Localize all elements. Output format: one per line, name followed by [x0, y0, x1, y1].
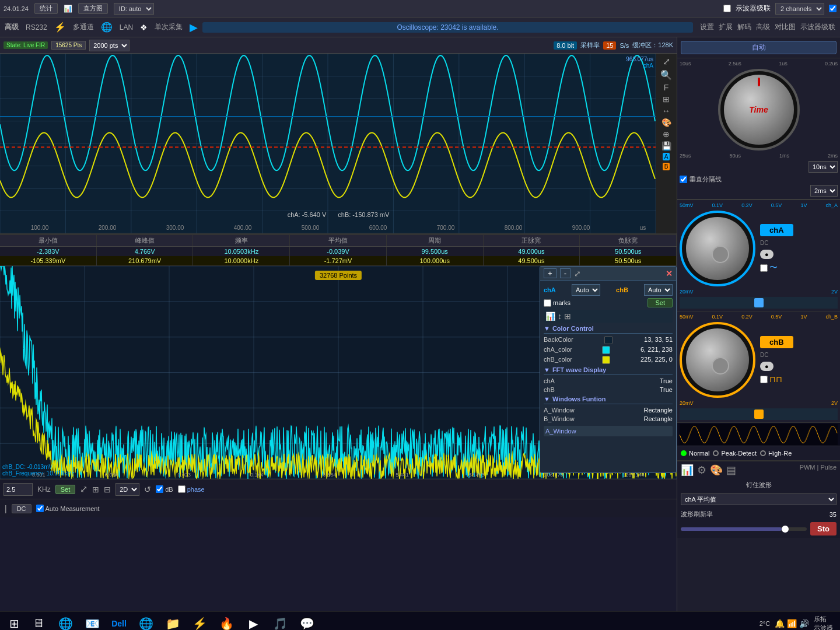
zoom-in-icon[interactable]: 🔍 — [660, 69, 672, 80]
time-knob[interactable]: Time — [718, 69, 800, 150]
fft-freq-input[interactable] — [4, 483, 33, 496]
fft-ch-row: chA Auto chB Auto — [544, 284, 673, 296]
fa3: 0.023 — [177, 472, 191, 478]
lan-label[interactable]: LAN — [120, 23, 133, 32]
win-app-chrome[interactable]: 🌐 — [133, 613, 159, 631]
multichannel-label[interactable]: 多通道 — [73, 22, 94, 32]
vertical-divider-checkbox[interactable] — [680, 176, 687, 183]
meas-header: 最小值 峰峰值 频率 平均值 周期 正脉宽 负脉宽 — [0, 235, 677, 247]
peak-radio[interactable] — [713, 450, 719, 456]
chB-dc-toggle[interactable]: ● — [760, 362, 774, 371]
auto-btn[interactable]: 自动 — [681, 41, 836, 54]
gear-icon[interactable]: ⚙ — [697, 464, 706, 477]
wf-refresh-thumb[interactable] — [782, 526, 789, 533]
fft-table-icon[interactable]: ⊞ — [564, 312, 571, 321]
second-bar: 高级 RS232 ⚡ 多通道 🌐 LAN ❖ 单次采集 ▶ Oscillosco… — [0, 18, 840, 37]
palette-icon[interactable]: 🎨 — [662, 118, 671, 127]
channels-select[interactable]: 2 channels — [775, 3, 824, 15]
fft-popup-close[interactable]: ✕ — [666, 269, 673, 278]
fft-set-btn2[interactable]: Set — [648, 298, 673, 307]
win-app-firefox[interactable]: 🔥 — [214, 613, 239, 631]
grid-icon2[interactable]: ⊞ — [92, 485, 99, 494]
win-start-btn[interactable]: ⊞ — [2, 614, 26, 631]
fft-db-checkbox[interactable]: dB — [156, 485, 173, 493]
histogram-btn[interactable]: 直方图 — [78, 3, 108, 14]
chB-wave-checkbox[interactable] — [760, 376, 768, 383]
single-label[interactable]: 单次采集 — [155, 22, 183, 32]
right-tab-settings[interactable]: 设置 — [700, 22, 714, 32]
chA-color-row: chA_color 6, 221, 238 — [544, 346, 673, 354]
fft-zoom-in-btn[interactable]: + — [544, 268, 556, 278]
chB-toggle-btn[interactable]: chB — [760, 336, 793, 348]
fft-phase-checkbox[interactable]: phase — [178, 485, 205, 493]
right-tab-extend[interactable]: 扩展 — [719, 22, 733, 32]
cursor-icon[interactable]: F — [664, 83, 669, 92]
chA-toggle-btn[interactable]: chA — [760, 224, 793, 236]
stats-btn[interactable]: 统计 — [34, 3, 58, 14]
palette-icon2[interactable]: 🎨 — [710, 464, 723, 477]
marks-label: marks — [553, 299, 570, 306]
chA-dc-toggle[interactable]: ● — [760, 250, 774, 259]
win-app-edge[interactable]: 🌐 — [52, 613, 78, 631]
pts1-btn[interactable]: 15625 Pts — [51, 41, 86, 50]
right-tab-decode[interactable]: 解码 — [737, 22, 751, 32]
oscilloscope-banner: Oscilloscope: 23042 is available. — [202, 22, 693, 33]
auto-measurement-checkbox[interactable]: Auto Measurement — [36, 505, 100, 512]
right-tab-compare[interactable]: 对比图 — [775, 22, 796, 32]
refresh-icon[interactable]: ↺ — [144, 485, 151, 494]
fft-bar-icon[interactable]: 📊 — [545, 312, 555, 321]
fft-mode-select[interactable]: 2D — [116, 483, 139, 496]
id-select[interactable]: ID: auto — [114, 3, 154, 15]
fft-chA-label: chA — [544, 286, 556, 293]
expand-icon[interactable]: ⤢ — [663, 56, 670, 67]
right-tab-cascade[interactable]: 示波器级联 — [800, 22, 835, 32]
fft-sort-icon[interactable]: ↕ — [558, 312, 562, 321]
time-select2[interactable]: 2ms — [810, 185, 838, 197]
h-expand-icon[interactable]: ↔ — [662, 106, 670, 116]
channels-enable-checkbox[interactable] — [829, 5, 836, 12]
windows-function-section[interactable]: ▼ Windows Funtion — [544, 396, 673, 404]
fft-set-btn[interactable]: Set — [55, 485, 76, 494]
stop-btn[interactable]: Sto — [810, 522, 836, 536]
t6: 600.00 — [369, 225, 387, 231]
chA-avg-select[interactable]: chA 平均值 — [681, 494, 836, 505]
fft-chB-select[interactable]: Auto — [644, 284, 673, 296]
crosshair-icon[interactable]: ⊕ — [663, 130, 670, 139]
save-icon[interactable]: 💾 — [662, 141, 671, 150]
code-icon[interactable]: ▤ — [726, 464, 736, 477]
normal-radio[interactable] — [681, 450, 687, 456]
chA-slider-thumb[interactable] — [754, 298, 764, 307]
marks-checkbox[interactable]: marks — [544, 299, 570, 307]
win-app-music[interactable]: 🎵 — [267, 613, 293, 631]
meas-r2c1: -105.339mV — [0, 256, 97, 265]
grid-icon[interactable]: ⊞ — [663, 94, 670, 104]
fft-wave-display-section[interactable]: ▼ FFT wave Display — [544, 366, 673, 375]
pts2-select[interactable]: 2000 pts — [89, 40, 130, 51]
chB-display-row: chB True — [544, 386, 673, 393]
chA-wave-checkbox[interactable] — [760, 264, 768, 272]
win-app-chat[interactable]: 💬 — [294, 613, 320, 631]
fft-chA-select[interactable]: Auto — [572, 284, 600, 296]
win-app-player[interactable]: ▶ — [240, 613, 266, 631]
split-icon[interactable]: ⊟ — [104, 485, 111, 494]
win-app-file-explorer[interactable]: 🖥 — [26, 613, 51, 631]
a-window-bottom[interactable]: A_Window — [544, 426, 673, 436]
left-panel: State: Live FIR 15625 Pts 2000 pts 8.0 b… — [0, 37, 677, 611]
rs232-label[interactable]: RS232 — [26, 23, 47, 32]
right-tab-advanced[interactable]: 高级 — [756, 22, 770, 32]
oscilloscope-cascade-checkbox[interactable] — [723, 5, 731, 12]
chB-knob[interactable] — [680, 322, 755, 398]
win-app-thunder[interactable]: ⚡ — [187, 613, 212, 631]
fft-zoom-out-btn[interactable]: - — [560, 268, 570, 278]
highres-label: High-Re — [768, 450, 792, 457]
time-select1[interactable]: 10ns — [808, 161, 838, 173]
color-control-section[interactable]: ▼ Color Control — [544, 325, 673, 334]
win-app-dell[interactable]: Dell — [106, 613, 132, 631]
win-app-folder[interactable]: 📁 — [160, 613, 186, 631]
dc-btn[interactable]: DC — [12, 504, 32, 513]
highres-radio[interactable] — [760, 450, 766, 456]
win-app-mail[interactable]: 📧 — [79, 613, 105, 631]
chB-slider-thumb[interactable] — [754, 410, 764, 419]
chA-knob[interactable] — [680, 211, 755, 286]
expand-icon2[interactable]: ⤢ — [80, 484, 88, 495]
